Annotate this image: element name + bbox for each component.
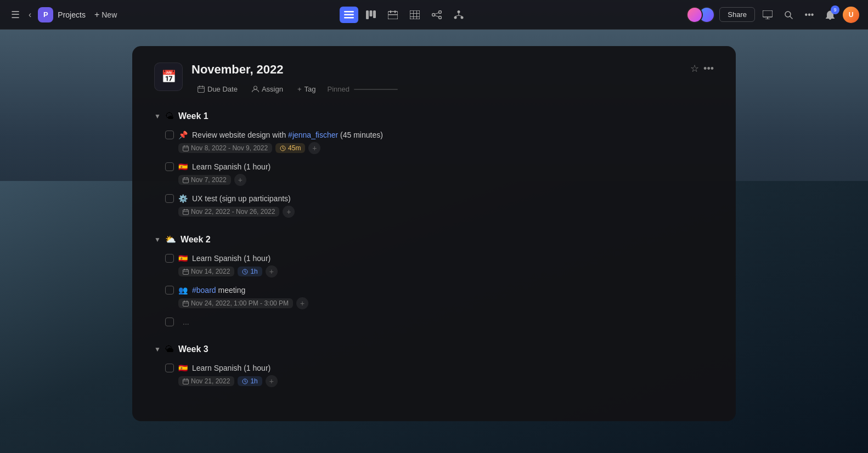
add-meta-button[interactable]: + [266,265,278,278]
task-board-link[interactable]: #board [192,286,216,295]
more-icon[interactable]: ••• [801,7,818,23]
add-meta-button[interactable]: + [296,297,308,309]
project-info: November, 2022 Due Date [191,63,681,96]
due-date-button[interactable]: Due Date [191,82,244,96]
week-1-task-list: 📌 Review website design with #jenna_fisc… [154,126,714,221]
assign-button[interactable]: Assign [246,82,289,96]
week-1-title: Week 1 [178,111,208,121]
new-button[interactable]: + New [90,8,121,22]
week-3-header[interactable]: ▼ 🌥 Week 3 [154,340,714,359]
task-row: 👥 #board meeting [165,284,714,296]
task-meta: Nov 14, 2022 1h + [165,265,714,278]
share-button[interactable]: Share [719,7,755,22]
svg-rect-53 [184,269,185,270]
project-toolbar: Due Date Assign + Tag [191,82,681,96]
project-badge[interactable]: P [38,7,53,22]
collaborator-avatar-1[interactable] [686,7,703,23]
task-checkbox[interactable] [165,131,174,139]
time-pill[interactable]: 1h [238,376,262,386]
svg-rect-0 [344,11,354,13]
svg-rect-3 [366,10,369,19]
add-meta-button[interactable]: + [234,174,246,186]
week-2-header[interactable]: ▼ ⛅ Week 2 [154,230,714,249]
svg-rect-36 [183,146,189,151]
date-pill[interactable]: Nov 7, 2022 [178,175,231,185]
task-text: Learn Spanish (1 hour) [192,162,270,171]
date-value: Nov 21, 2022 [191,377,230,385]
svg-rect-4 [370,10,373,16]
svg-rect-31 [198,87,205,93]
week-section-2: ▼ ⛅ Week 2 🇪🇸 Learn Spanish (1 hour) [154,230,714,331]
topbar-right: Share ••• 9 U [686,7,859,23]
task-checkbox[interactable] [165,194,174,203]
svg-line-25 [459,15,462,16]
svg-rect-50 [187,209,187,211]
date-pill[interactable]: Nov 24, 2022, 1:00 PM - 3:00 PM [178,298,293,308]
time-pill[interactable]: 1h [238,267,262,276]
content-area: 📅 November, 2022 Due Date [0,30,868,453]
task-checkbox[interactable] [165,254,174,263]
tag-button[interactable]: + Tag [291,82,322,96]
svg-rect-14 [416,10,417,19]
week-1-header[interactable]: ▼ 🌤 Week 1 [154,107,714,126]
view-table-button[interactable] [405,7,424,23]
pinned-line [354,89,398,90]
task-row: ... [165,316,714,328]
svg-rect-2 [344,17,354,19]
date-pill[interactable]: Nov 21, 2022 [178,376,234,386]
hamburger-icon[interactable]: ☰ [9,7,22,23]
add-meta-button[interactable]: + [266,375,278,387]
task-mention-link[interactable]: #jenna_fischer [288,131,338,139]
add-meta-button[interactable]: + [308,142,320,154]
search-icon[interactable] [780,7,797,23]
back-icon[interactable]: ‹ [26,8,33,22]
user-avatar[interactable]: U [843,7,859,23]
date-pill[interactable]: Nov 22, 2022 - Nov 26, 2022 [178,207,279,217]
more-options-icon[interactable]: ••• [703,63,714,75]
time-pill[interactable]: 45m [275,143,305,153]
presentation-icon[interactable] [759,7,776,23]
svg-line-19 [435,15,439,17]
topbar-left: ☰ ‹ P Projects + New [9,7,121,23]
view-share-button[interactable] [427,7,446,23]
task-checkbox[interactable] [165,162,174,171]
view-calendar-button[interactable] [384,7,402,23]
task-text: UX test (sign up participants) [192,194,291,203]
task-item: 📌 Review website design with #jenna_fisc… [165,126,714,157]
task-row: 📌 Review website design with #jenna_fisc… [165,129,714,141]
star-icon[interactable]: ☆ [690,63,699,75]
svg-point-21 [454,16,457,19]
date-value: Nov 22, 2022 - Nov 26, 2022 [191,208,275,216]
svg-rect-12 [410,16,420,17]
view-kanban-button[interactable] [362,7,380,23]
week-2-emoji: ⛅ [165,234,176,245]
task-checkbox[interactable] [165,286,174,295]
date-value: Nov 8, 2022 - Nov 9, 2022 [191,144,268,152]
date-pill[interactable]: Nov 8, 2022 - Nov 9, 2022 [178,143,272,153]
svg-rect-43 [183,178,189,183]
date-value: Nov 24, 2022, 1:00 PM - 3:00 PM [191,299,289,307]
svg-line-42 [283,148,284,149]
date-pill[interactable]: Nov 14, 2022 [178,267,234,276]
svg-rect-38 [184,145,185,147]
task-checkbox[interactable] [165,318,174,326]
svg-line-18 [435,13,439,14]
project-icon: 📅 [154,63,183,91]
svg-line-30 [790,16,792,19]
notifications-icon[interactable]: 9 [822,7,838,23]
week-3-emoji: 🌥 [165,344,174,354]
view-list-button[interactable] [340,7,358,23]
svg-rect-47 [183,209,189,214]
task-item: ⚙️ UX test (sign up participants) Nov 22… [165,189,714,221]
view-hierarchy-button[interactable] [449,7,468,23]
add-meta-button[interactable]: + [283,206,295,218]
task-checkbox[interactable] [165,364,174,372]
projects-label[interactable]: Projects [58,10,86,19]
assign-label: Assign [262,85,283,93]
task-ellipsis: ... [178,318,189,326]
task-meta: Nov 22, 2022 - Nov 26, 2022 + [165,206,714,218]
svg-rect-51 [183,269,189,274]
task-item: ... [165,313,714,331]
svg-rect-6 [388,12,398,19]
task-text: Learn Spanish (1 hour) [192,254,270,263]
